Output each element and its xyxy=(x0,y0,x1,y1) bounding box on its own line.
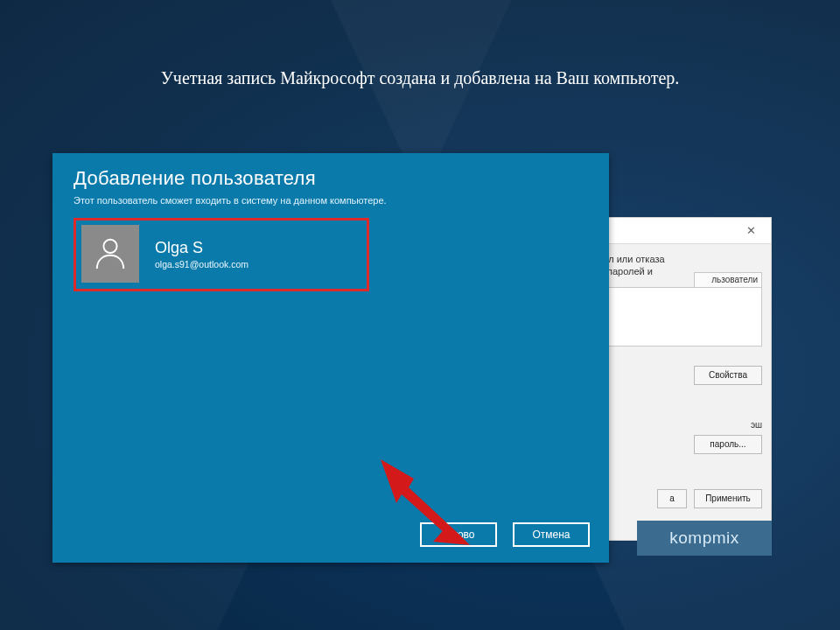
page-caption: Учетная запись Майкрософт создана и доба… xyxy=(0,68,840,88)
bg-tab-users[interactable]: льзователи xyxy=(694,272,762,288)
bg-dialog-titlebar: ✕ xyxy=(589,218,771,244)
bg-users-list-panel: льзователи xyxy=(598,287,762,346)
screenshot-stage: ✕ нил или отказа ы паролей и льзователи … xyxy=(52,153,788,563)
dialog-subtitle: Этот пользователь сможет входить в систе… xyxy=(52,195,609,218)
user-card: Olga S olga.s91@outlook.com xyxy=(81,224,361,284)
user-accounts-dialog: ✕ нил или отказа ы паролей и льзователи … xyxy=(588,217,772,541)
user-card-highlight: Olga S olga.s91@outlook.com xyxy=(74,218,369,291)
svg-point-0 xyxy=(103,240,116,253)
bg-button-a[interactable]: а xyxy=(657,489,687,508)
add-user-dialog: Добавление пользователя Этот пользовател… xyxy=(52,153,609,563)
bg-text-fragment: эш xyxy=(598,420,762,430)
user-email: olga.s91@outlook.com xyxy=(155,259,248,270)
done-button[interactable]: Готово xyxy=(420,522,497,547)
properties-button[interactable]: Свойства xyxy=(694,366,762,385)
user-name: Olga S xyxy=(155,239,248,257)
user-icon xyxy=(94,235,127,272)
dialog-title: Добавление пользователя xyxy=(52,153,609,195)
apply-button[interactable]: Применить xyxy=(694,489,762,508)
password-button[interactable]: пароль... xyxy=(694,435,762,454)
avatar xyxy=(81,225,139,283)
watermark: kompmix xyxy=(637,521,772,556)
cancel-button[interactable]: Отмена xyxy=(513,522,590,547)
close-icon[interactable]: ✕ xyxy=(736,221,766,241)
